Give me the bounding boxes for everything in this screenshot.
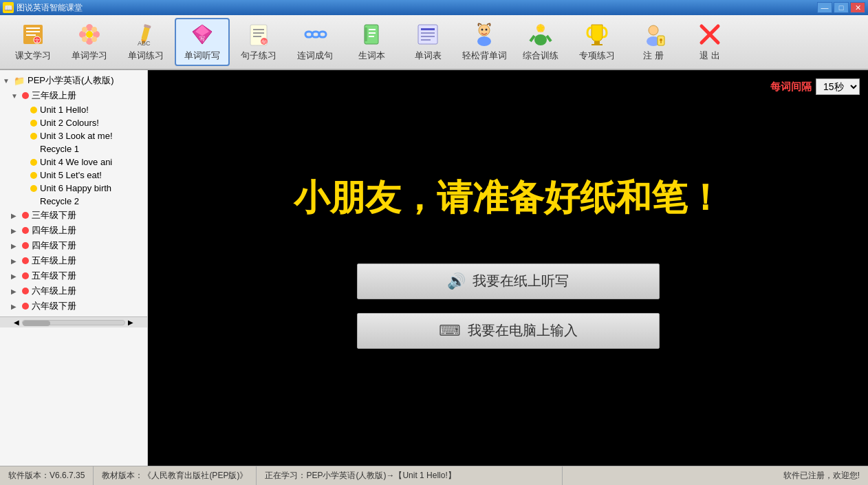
toolbar-zhuce[interactable]: 注 册 <box>626 18 681 66</box>
svg-text:写: 写 <box>199 36 205 42</box>
g3d-label: 三年级下册 <box>32 209 76 222</box>
scroll-left-btn[interactable]: ◀ <box>11 319 22 326</box>
sidebar-root-item[interactable]: ▼ 📁 PEP小学英语(人教版) <box>0 73 147 88</box>
g6d-label: 六年级下册 <box>32 300 76 312</box>
toolbar-danci-lianxi[interactable]: ABC 单词练习 <box>118 18 173 66</box>
maximize-button[interactable]: □ <box>834 2 849 13</box>
btn-computer-input[interactable]: ⌨ 我要在电脑上输入 <box>357 313 660 349</box>
toolbar-danci-tingxie[interactable]: 写 单词听写 <box>175 18 230 66</box>
scroll-track <box>22 320 125 325</box>
toolbar-shengci[interactable]: 生词本 <box>344 18 399 66</box>
svg-rect-24 <box>253 32 264 34</box>
g6u-label: 六年级上册 <box>32 285 76 297</box>
chain-icon <box>303 22 327 47</box>
danci-biao-label: 单词表 <box>415 50 442 62</box>
svg-rect-2 <box>26 31 40 32</box>
toolbar-beidan[interactable]: 轻松背单词 <box>457 18 512 66</box>
svg-text:ABC: ABC <box>138 40 151 47</box>
dot-unit2 <box>30 120 37 127</box>
minimize-button[interactable]: — <box>817 2 832 13</box>
dot-g5u <box>22 257 29 264</box>
svg-rect-3 <box>26 34 36 36</box>
content-area: 每词间隔 15秒 5秒 10秒 20秒 30秒 小朋友，请准备好纸和笔！ 🔊 我… <box>148 70 868 466</box>
svg-point-14 <box>91 36 97 42</box>
dot-g3up <box>22 92 29 99</box>
svg-rect-36 <box>418 25 437 44</box>
dot-unit1 <box>30 107 37 114</box>
sidebar-grade6up[interactable]: ▶ 六年级上册 <box>0 283 147 299</box>
toolbar-kecheng[interactable]: 文 课文学习 <box>6 18 61 66</box>
expand-g3up: ▼ <box>11 92 22 100</box>
toolbar-danci-biao[interactable]: 单词表 <box>400 18 455 66</box>
svg-line-47 <box>530 36 534 41</box>
svg-point-52 <box>649 25 658 35</box>
toolbar: 文 课文学习 单词学习 <box>0 15 868 70</box>
sidebar-unit5[interactable]: Unit 5 Let's eat! <box>0 169 147 182</box>
g3up-label: 三年级上册 <box>32 89 76 102</box>
scroll-right-btn[interactable]: ▶ <box>125 319 136 326</box>
close-button[interactable]: ✕ <box>850 2 865 13</box>
sidebar-root: ▼ 📁 PEP小学英语(人教版) ▼ 三年级上册 Unit 1 Hello! U… <box>0 70 147 316</box>
sidebar-scrollbar[interactable]: ◀ ▶ <box>0 316 147 327</box>
svg-rect-25 <box>253 36 261 37</box>
sidebar-unit4[interactable]: Unit 4 We love ani <box>0 155 147 169</box>
sidebar-recycle1[interactable]: Recycle 1 <box>0 142 147 155</box>
status-version: 软件版本：V6.6.7.35 <box>0 466 94 485</box>
title-bar: 📖 图说英语智能课堂 — □ ✕ <box>0 0 868 15</box>
sidebar-grade3down[interactable]: ▶ 三年级下册 <box>0 208 147 223</box>
sidebar-unit6[interactable]: Unit 6 Happy birth <box>0 182 147 195</box>
svg-rect-35 <box>369 36 374 37</box>
unit2-label: Unit 2 Colours! <box>40 118 99 128</box>
sidebar-unit2[interactable]: Unit 2 Colours! <box>0 116 147 129</box>
status-publisher: 教材版本：《人民教育出版社(PEP版)》 <box>94 466 257 485</box>
svg-point-12 <box>91 27 97 32</box>
toolbar-zonghe[interactable]: 综合训练 <box>513 18 568 66</box>
g5d-label: 五年级下册 <box>32 270 76 282</box>
expand-root: ▼ <box>3 77 14 85</box>
toolbar-juzi[interactable]: 句 句子练习 <box>231 18 286 66</box>
dot-unit3 <box>30 133 37 140</box>
btn-paper-label: 我要在纸上听写 <box>473 272 569 290</box>
svg-point-55 <box>660 39 662 41</box>
keyboard-icon: ⌨ <box>439 322 461 340</box>
sidebar-grade4down[interactable]: ▶ 四年级下册 <box>0 238 147 253</box>
sidebar-grade4up[interactable]: ▶ 四年级上册 <box>0 223 147 238</box>
toolbar-tuichu[interactable]: 退 出 <box>682 18 737 66</box>
title-bar-controls: — □ ✕ <box>817 2 865 13</box>
danci-xuexi-label: 单词学习 <box>72 50 107 62</box>
head-icon <box>472 22 497 47</box>
sidebar-grade6down[interactable]: ▶ 六年级下册 <box>0 299 147 314</box>
toolbar-lianci[interactable]: 连词成句 <box>287 18 343 66</box>
btn-paper-dictation[interactable]: 🔊 我要在纸上听写 <box>357 263 660 299</box>
main-instruction-text: 小朋友，请准备好纸和笔！ <box>294 174 723 222</box>
lianci-label: 连词成句 <box>297 50 333 62</box>
dot-unit6 <box>30 185 37 192</box>
sidebar-recycle2[interactable]: Recycle 2 <box>0 195 147 208</box>
app-icon: 📖 <box>3 2 14 13</box>
status-bar: 软件版本：V6.6.7.35 教材版本：《人民教育出版社(PEP版)》 正在学习… <box>0 466 868 485</box>
sidebar-grade3up[interactable]: ▼ 三年级上册 <box>0 88 147 103</box>
svg-text:文: 文 <box>34 38 40 44</box>
unit6-label: Unit 6 Happy birth <box>40 183 111 193</box>
unit5-label: Unit 5 Let's eat! <box>40 170 102 180</box>
publisher-text: 教材版本：《人民教育出版社(PEP版)》 <box>102 470 248 482</box>
notebook-icon <box>359 22 384 47</box>
sidebar-unit1[interactable]: Unit 1 Hello! <box>0 103 147 116</box>
dot-g6d <box>22 303 29 310</box>
unit1-label: Unit 1 Hello! <box>40 105 89 115</box>
sidebar-unit3[interactable]: Unit 3 Look at me! <box>0 129 147 142</box>
toolbar-danci-xuexi[interactable]: 单词学习 <box>62 18 117 66</box>
svg-point-46 <box>534 34 547 45</box>
dot-g3d <box>22 212 29 219</box>
dot-g4u <box>22 227 29 234</box>
folder-icon: 📁 <box>14 76 25 86</box>
toolbar-zhuanxiang[interactable]: 专项练习 <box>569 18 625 66</box>
main-layout: ▼ 📁 PEP小学英语(人教版) ▼ 三年级上册 Unit 1 Hello! U… <box>0 70 868 466</box>
sidebar-grade5up[interactable]: ▶ 五年级上册 <box>0 253 147 268</box>
welcome-text: 软件已注册，欢迎您! <box>783 470 860 482</box>
interval-select[interactable]: 15秒 5秒 10秒 20秒 30秒 <box>816 78 860 95</box>
speaker-icon: 🔊 <box>447 272 466 290</box>
interval-control: 每词间隔 15秒 5秒 10秒 20秒 30秒 <box>770 78 860 95</box>
sidebar-grade5down[interactable]: ▶ 五年级下册 <box>0 268 147 283</box>
scroll-thumb[interactable] <box>23 321 50 326</box>
